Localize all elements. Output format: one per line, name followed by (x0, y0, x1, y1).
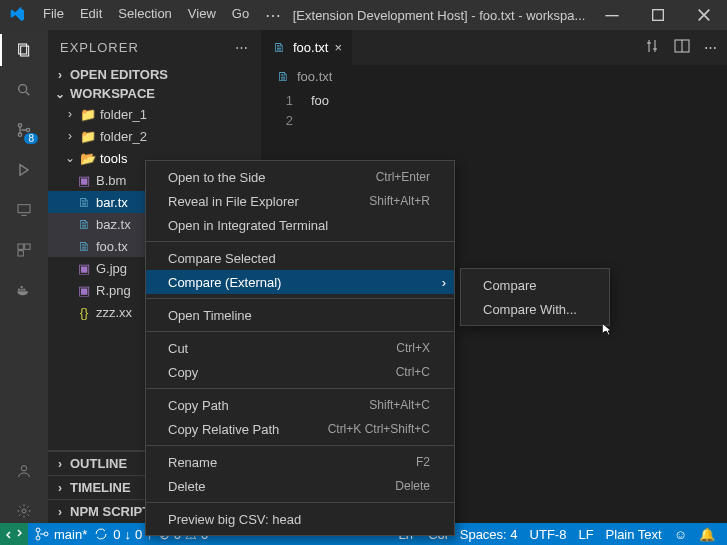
menu-overflow[interactable]: ⋯ (257, 6, 289, 25)
remote-indicator[interactable] (0, 523, 28, 545)
ctx-preview-csv[interactable]: Preview big CSV: head (146, 507, 454, 531)
ctx-open-terminal[interactable]: Open in Integrated Terminal (146, 213, 454, 237)
mouse-cursor (598, 322, 614, 342)
menu-file[interactable]: File (35, 6, 72, 25)
window-title: [Extension Development Host] - foo.txt -… (289, 8, 589, 23)
svg-rect-13 (21, 289, 23, 291)
editor-text: foo (311, 93, 329, 113)
svg-rect-15 (21, 286, 23, 288)
run-debug-icon[interactable] (12, 158, 36, 182)
svg-rect-11 (18, 251, 23, 256)
ctx-timeline[interactable]: Open Timeline (146, 303, 454, 327)
eol[interactable]: LF (578, 527, 593, 542)
editor-body[interactable]: 1foo 2 (261, 87, 727, 133)
ctx-copy-path[interactable]: Copy PathShift+Alt+C (146, 393, 454, 417)
close-tab-icon[interactable]: × (334, 40, 342, 55)
menu-go[interactable]: Go (224, 6, 257, 25)
svg-point-6 (18, 133, 21, 136)
svg-point-5 (18, 124, 21, 127)
file-icon: 🗎 (275, 68, 291, 84)
line-number: 1 (261, 93, 311, 113)
line-number: 2 (261, 113, 311, 133)
svg-point-4 (19, 85, 27, 93)
accounts-icon[interactable] (12, 459, 36, 483)
tree-folder-1[interactable]: ›📁folder_1 (48, 103, 261, 125)
context-menu: Open to the SideCtrl+Enter Reveal in Fil… (145, 160, 455, 536)
ctx-sub-compare-with[interactable]: Compare With... (461, 297, 609, 321)
ctx-copy[interactable]: CopyCtrl+C (146, 360, 454, 384)
tree-folder-2[interactable]: ›📁folder_2 (48, 125, 261, 147)
breadcrumb[interactable]: 🗎 foo.txt (261, 65, 727, 87)
source-control-icon[interactable]: 8 (12, 118, 36, 142)
svg-rect-8 (18, 205, 30, 213)
split-editor-icon[interactable] (674, 38, 690, 57)
explorer-title: EXPLORER (60, 40, 235, 55)
scm-badge: 8 (24, 133, 38, 144)
svg-point-19 (36, 528, 40, 532)
titlebar: File Edit Selection View Go ⋯ [Extension… (0, 0, 727, 30)
settings-icon[interactable] (12, 499, 36, 523)
vscode-logo (0, 7, 35, 23)
close-button[interactable] (681, 7, 727, 23)
svg-point-20 (36, 536, 40, 540)
section-open-editors[interactable]: ›OPEN EDITORS (48, 65, 261, 84)
git-sync[interactable]: 0↓ 0↑ (93, 526, 152, 542)
svg-rect-14 (23, 289, 25, 291)
menu-bar: File Edit Selection View Go ⋯ (35, 6, 289, 25)
feedback-icon[interactable]: ☺ (674, 527, 687, 542)
ctx-reveal[interactable]: Reveal in File ExplorerShift+Alt+R (146, 189, 454, 213)
ctx-delete[interactable]: DeleteDelete (146, 474, 454, 498)
svg-point-21 (44, 532, 48, 536)
sidebar-more-icon[interactable]: ⋯ (235, 40, 249, 55)
svg-rect-0 (605, 15, 618, 16)
ctx-rename[interactable]: RenameF2 (146, 450, 454, 474)
remote-explorer-icon[interactable] (12, 198, 36, 222)
tab-label: foo.txt (293, 40, 328, 55)
ctx-copy-relative-path[interactable]: Copy Relative PathCtrl+K Ctrl+Shift+C (146, 417, 454, 441)
explorer-icon[interactable] (12, 38, 36, 62)
search-icon[interactable] (12, 78, 36, 102)
menu-edit[interactable]: Edit (72, 6, 110, 25)
svg-point-16 (21, 466, 26, 471)
language-mode[interactable]: Plain Text (606, 527, 662, 542)
ctx-cut[interactable]: CutCtrl+X (146, 336, 454, 360)
encoding[interactable]: UTF-8 (530, 527, 567, 542)
svg-point-7 (26, 128, 29, 131)
menu-selection[interactable]: Selection (110, 6, 179, 25)
git-branch[interactable]: main* (34, 526, 87, 542)
activity-bar: 8 (0, 30, 48, 523)
svg-rect-1 (653, 10, 664, 21)
svg-point-17 (22, 509, 26, 513)
compare-changes-icon[interactable] (644, 38, 660, 57)
notifications-icon[interactable]: 🔔 (699, 527, 715, 542)
file-icon: 🗎 (271, 40, 287, 56)
minimize-button[interactable] (589, 7, 635, 23)
maximize-button[interactable] (635, 7, 681, 23)
svg-rect-9 (18, 244, 23, 249)
section-workspace[interactable]: ⌄WORKSPACE (48, 84, 261, 103)
svg-rect-10 (25, 244, 30, 249)
extensions-icon[interactable] (12, 238, 36, 262)
docker-icon[interactable] (12, 278, 36, 302)
ctx-sub-compare[interactable]: Compare (461, 273, 609, 297)
editor-more-icon[interactable]: ⋯ (704, 40, 717, 55)
svg-rect-12 (18, 289, 20, 291)
ctx-compare-external[interactable]: Compare (External)› (146, 270, 454, 294)
ctx-compare-selected[interactable]: Compare Selected (146, 246, 454, 270)
menu-view[interactable]: View (180, 6, 224, 25)
indentation[interactable]: Spaces: 4 (460, 527, 518, 542)
ctx-open-side[interactable]: Open to the SideCtrl+Enter (146, 165, 454, 189)
context-submenu: Compare Compare With... (460, 268, 610, 326)
tab-foo[interactable]: 🗎 foo.txt × (261, 30, 353, 65)
